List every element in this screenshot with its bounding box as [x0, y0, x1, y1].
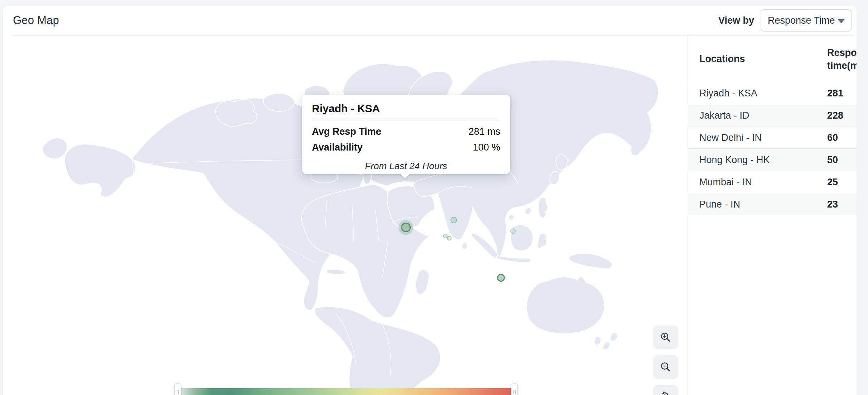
table-row[interactable]: Mumbai - IN 25 — [688, 171, 857, 193]
response-time-cell: 228 — [827, 110, 843, 121]
location-tooltip: Riyadh - KSA Avg Resp Time 281 ms Availa… — [302, 95, 510, 174]
table-row[interactable]: Pune - IN 23 — [688, 193, 857, 215]
table-body: Riyadh - KSA 281 Jakarta - ID 228 New De… — [688, 82, 857, 215]
geo-map-page: Geo Map View by Response Time — [0, 0, 868, 395]
world-map[interactable]: Riyadh - KSA Avg Resp Time 281 ms Availa… — [3, 35, 688, 395]
tooltip-row-label: Availability — [312, 142, 363, 153]
legend-gradient-bar — [178, 388, 515, 395]
tooltip-row-value: 281 ms — [468, 126, 500, 137]
map-marker-hong-kong-hk[interactable] — [510, 228, 516, 234]
zoom-reset-button[interactable] — [653, 385, 678, 395]
map-zoom-controls — [653, 325, 678, 395]
legend-max-handle[interactable] — [511, 384, 518, 395]
page-title: Geo Map — [13, 14, 59, 27]
tooltip-row-label: Avg Resp Time — [312, 126, 381, 137]
geo-map-card: Geo Map View by Response Time — [3, 6, 857, 395]
response-time-cell: 25 — [827, 176, 838, 187]
map-marker-riyadh-ksa[interactable] — [401, 223, 411, 232]
zoom-in-button[interactable] — [653, 325, 678, 349]
response-time-cell: 23 — [827, 199, 838, 210]
map-marker-jakarta-id[interactable] — [497, 274, 505, 282]
tooltip-row: Availability 100 % — [312, 142, 500, 153]
zoom-out-button[interactable] — [653, 355, 678, 379]
column-header-response-time: Response time(ms) — [827, 46, 857, 72]
table-row[interactable]: Riyadh - KSA 281 — [688, 82, 857, 104]
location-cell: Jakarta - ID — [699, 110, 749, 121]
tooltip-row-value: 100 % — [473, 142, 500, 153]
tooltip-title: Riyadh - KSA — [312, 103, 500, 115]
table-header: Locations Response time(ms) — [688, 35, 857, 82]
tooltip-arrow — [400, 173, 410, 179]
location-cell: New Delhi - IN — [699, 132, 762, 143]
tooltip-row: Avg Resp Time 281 ms — [312, 126, 500, 137]
response-time-cell: 281 — [827, 87, 843, 99]
locations-panel: Locations Response time(ms) Riyadh - KSA… — [688, 35, 857, 395]
zoom-reset-icon — [660, 391, 672, 395]
response-time-legend: 02004006008001,0001,2001,4001,6001,8002,… — [167, 383, 532, 395]
map-marker-pune-in[interactable] — [447, 236, 452, 241]
table-row[interactable]: Jakarta - ID 228 — [688, 104, 857, 126]
card-header: Geo Map View by Response Time — [3, 6, 857, 35]
location-cell: Mumbai - IN — [699, 176, 752, 187]
table-row[interactable]: Hong Kong - HK 50 — [688, 148, 857, 171]
tooltip-rows: Avg Resp Time 281 ms Availability 100 % — [312, 126, 500, 153]
tooltip-footer: From Last 24 Hours — [312, 161, 500, 172]
location-cell: Riyadh - KSA — [699, 87, 757, 99]
chevron-down-icon — [837, 19, 845, 23]
view-by-dropdown[interactable]: Response Time — [761, 9, 852, 32]
location-cell: Hong Kong - HK — [699, 154, 770, 165]
response-time-cell: 50 — [827, 154, 838, 165]
zoom-in-icon — [660, 331, 672, 343]
legend-min-handle[interactable] — [174, 384, 181, 395]
header-controls: View by Response Time — [718, 6, 852, 35]
tooltip-divider — [312, 120, 500, 120]
map-marker-new-delhi-in[interactable] — [450, 217, 457, 223]
world-map-svg — [3, 41, 688, 395]
response-time-cell: 60 — [827, 132, 838, 143]
column-header-locations: Locations — [699, 53, 745, 65]
view-by-label: View by — [718, 15, 754, 26]
location-cell: Pune - IN — [699, 199, 740, 210]
table-row[interactable]: New Delhi - IN 60 — [688, 126, 857, 148]
view-by-selected-value: Response Time — [768, 15, 835, 26]
zoom-out-icon — [660, 361, 672, 373]
